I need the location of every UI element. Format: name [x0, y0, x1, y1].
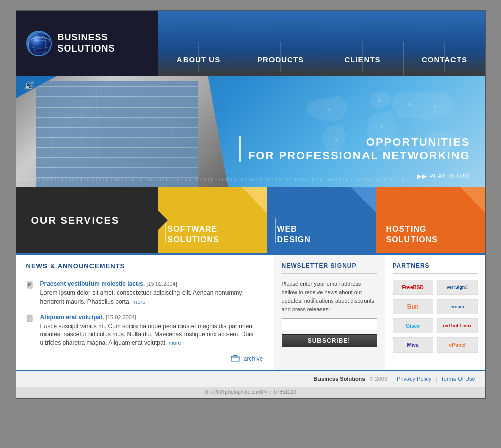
news-column: NEWS & ANNOUNCEMENTS Praesent vestibulum… [16, 255, 274, 370]
service-hosting[interactable]: HOSTING SOLUTIONS [376, 187, 485, 253]
newsletter-header: NEWSLETTER SIGNUP [282, 262, 377, 274]
footer-pipe: | [391, 376, 393, 382]
news-title-2[interactable]: Aliquam erat volutpat. [40, 314, 104, 321]
footer-copyright: © 2003 [369, 376, 387, 382]
partner-cpanel: cPanel [437, 337, 478, 353]
hero-tagline: OPPORTUNITIES FOR PROFESSIONAL NETWORKIN… [239, 136, 470, 162]
our-services-box: OUR SERVICES [16, 187, 158, 253]
service-software[interactable]: SOFTWARE SOLUTIONS [158, 187, 267, 253]
news-content: Praesent vestibulum molestie lacus. [15.… [40, 280, 263, 306]
partners-header: PARTNERS [393, 262, 478, 274]
archive-link[interactable]: archive [26, 355, 263, 362]
partner-freebsd: FreeBSD [393, 280, 433, 295]
svg-rect-15 [28, 284, 31, 285]
hero-dots: · · · · · · · · · · [117, 82, 167, 87]
news-title-1[interactable]: Praesent vestibulum molestie lacus. [40, 280, 145, 287]
hero-binary-strip: 0100101101010100101011010100101010100101… [16, 177, 485, 182]
corner-decoration [351, 187, 376, 213]
service-web-label: WEB DESIGN [277, 224, 311, 245]
partner-verisign: VeriSign® [437, 280, 478, 295]
nav-products[interactable]: PRODUCTS [240, 42, 322, 76]
hero-banner: 🔊 · · · · · · · · · · [16, 76, 485, 187]
nav-clients[interactable]: CLIENTS [322, 42, 403, 76]
services-section: OUR SERVICES SOFTWARE SOLUTIONS WEB DESI… [16, 187, 485, 253]
svg-rect-20 [28, 319, 30, 319]
hero-line1: OPPORTUNITIES [248, 136, 470, 149]
news-doc-icon [26, 315, 36, 347]
service-software-label: SOFTWARE SOLUTIONS [168, 224, 219, 245]
partner-miva: Miva [393, 337, 433, 353]
partner-sun: Sun [393, 299, 433, 314]
nav-about-us[interactable]: ABOUT US [158, 42, 240, 76]
svg-rect-16 [28, 285, 30, 286]
archive-icon [231, 355, 241, 362]
footer-terms-link[interactable]: Terms Of Use [441, 376, 475, 382]
news-date-2: [15.02.2004] [106, 314, 136, 320]
footer: Business Solutions © 2003 | Privacy Poli… [16, 370, 485, 387]
svg-rect-18 [28, 317, 31, 317]
news-content: Aliquam erat volutpat. [15.02.2004] Fusc… [40, 314, 263, 347]
corner-decoration [460, 187, 485, 213]
svg-rect-14 [28, 283, 31, 284]
news-date-1: [15.02.2004] [147, 281, 177, 287]
sound-icon[interactable]: 🔊 [24, 80, 35, 91]
svg-rect-13 [27, 282, 32, 288]
news-more-1[interactable]: more [132, 298, 145, 305]
footer-brand: Business Solutions [313, 376, 365, 382]
hero-building-image [16, 76, 229, 187]
partner-ensim: ensim [437, 299, 478, 314]
svg-rect-19 [28, 318, 31, 318]
content-row: NEWS & ANNOUNCEMENTS Praesent vestibulum… [16, 253, 485, 370]
news-doc-icon [26, 281, 36, 306]
partners-grid: FreeBSD VeriSign® Sun ensim Cisco red ha… [393, 280, 478, 353]
logo-business: BUSINESS [58, 32, 115, 43]
watermark: 图片来自photophoto.cn 编号：07851220 [16, 387, 485, 398]
partner-cisco: Cisco [393, 318, 433, 333]
footer-pipe: | [435, 376, 437, 382]
service-vline [275, 218, 276, 243]
nav-contacts[interactable]: CONTACTS [403, 42, 485, 76]
logo-area: BUSINESS SOLUTIONS [16, 11, 158, 76]
service-hosting-label: HOSTING SOLUTIONS [386, 224, 438, 245]
footer-privacy-link[interactable]: Privacy Policy [397, 376, 431, 382]
partner-redhat: red hat Linux [437, 318, 478, 333]
svg-point-8 [380, 125, 383, 128]
service-web-design[interactable]: WEB DESIGN [267, 187, 376, 253]
svg-point-2 [28, 40, 52, 48]
logo-solutions: SOLUTIONS [58, 43, 115, 55]
nav-area: ABOUT US PRODUCTS CLIENTS CONTACTS [158, 11, 485, 76]
news-body-2: Fusce suscipit varius mi. Cum sociis nat… [40, 322, 263, 347]
newsletter-column: NEWSLETTER SIGNUP Please enter your emai… [274, 255, 385, 370]
hero-line2: FOR PROFESSIONAL NETWORKING [248, 149, 470, 162]
email-input[interactable] [282, 318, 377, 330]
header: BUSINESS SOLUTIONS ABOUT US PRODUCTS CLI… [16, 11, 485, 76]
svg-rect-17 [27, 315, 32, 322]
news-header: NEWS & ANNOUNCEMENTS [26, 262, 263, 274]
news-item: Praesent vestibulum molestie lacus. [15.… [26, 280, 263, 306]
corner-decoration [242, 187, 267, 213]
news-item: Aliquam erat volutpat. [15.02.2004] Fusc… [26, 314, 263, 347]
newsletter-description: Please enter your email address bellow t… [282, 280, 377, 313]
svg-rect-23 [233, 355, 237, 356]
svg-rect-21 [231, 356, 239, 361]
subscribe-button[interactable]: SUBSCRIBE! [282, 334, 377, 347]
logo-globe-icon [26, 31, 52, 56]
news-body-1: Lorem ipsum dolor sit amet, consectetuer… [40, 289, 263, 306]
logo-text: BUSINESS SOLUTIONS [58, 32, 115, 54]
our-services-label: OUR SERVICES [31, 215, 120, 226]
partners-column: PARTNERS FreeBSD VeriSign® Sun ensim Cis… [385, 255, 485, 370]
news-more-2[interactable]: more [169, 340, 181, 346]
